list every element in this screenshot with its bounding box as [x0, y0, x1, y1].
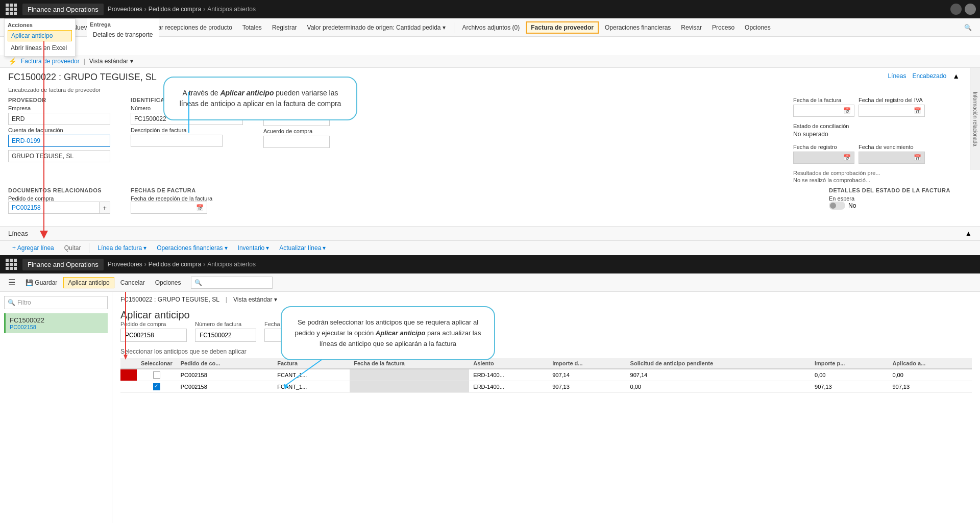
- detalles-transporte-item[interactable]: Detalles de transporte: [90, 30, 156, 40]
- settings-icon[interactable]: [965, 4, 976, 15]
- subheader-link[interactable]: Factura de proveedor: [21, 58, 80, 65]
- grid-menu-button[interactable]: [4, 2, 18, 16]
- descripcion-label: Descripción de factura: [131, 127, 243, 133]
- factura-input-bottom[interactable]: [195, 329, 256, 342]
- nombre-input[interactable]: [8, 150, 110, 162]
- view-select-button[interactable]: Vista estándar ▾: [89, 58, 133, 65]
- proceso-button[interactable]: Proceso: [708, 22, 739, 33]
- right-panel: FC1500022 : GRUPO TEGUISE, SL | Vista es…: [112, 292, 980, 523]
- ribbon-right-icons: 🔍: [960, 22, 976, 33]
- tab-encabezado[interactable]: Encabezado: [912, 72, 946, 80]
- acuerdo-group: Acuerdo de compra: [263, 128, 345, 148]
- grid-row-1[interactable]: PC002158 FCANT_1... ERD-1400... 907,14 9…: [120, 369, 972, 381]
- linea-factura-button[interactable]: Línea de factura ▾: [93, 243, 151, 253]
- filter-icon: ⚡: [8, 57, 17, 65]
- opciones-button[interactable]: Opciones: [741, 22, 775, 33]
- title-bar-right: [950, 4, 976, 15]
- agregar-linea-button[interactable]: + Agregar línea: [8, 243, 58, 253]
- resultado-value: No se realizó la comprobació...: [793, 177, 972, 183]
- quitar-linea-button[interactable]: Quitar: [60, 243, 85, 253]
- checkbox-2[interactable]: [153, 383, 160, 390]
- revisar-button[interactable]: Revisar: [677, 22, 706, 33]
- actualizar-linea-button[interactable]: Actualizar línea ▾: [275, 243, 330, 253]
- fecha-vencimiento-input[interactable]: 📅: [859, 152, 925, 164]
- grid-row-2[interactable]: PC002158 FCANT_1... ERD-1400... 907,13 0…: [120, 381, 972, 393]
- callout-bottom-bold: Aplicar anticipo: [376, 329, 426, 337]
- fecha-recepcion-input[interactable]: 📅: [131, 202, 207, 214]
- gh-pedido: Pedido de co...: [177, 358, 274, 369]
- bottom-bc-proveedores[interactable]: Proveedores: [108, 261, 142, 268]
- valor-pred-button[interactable]: Valor predeterminado de origen: Cantidad…: [303, 22, 450, 33]
- gh-aplicado: Aplicado a...: [888, 358, 972, 369]
- factura-proveedor-button[interactable]: Factura de proveedor: [526, 21, 599, 34]
- pedido-compra-input[interactable]: [8, 202, 100, 214]
- side-label[interactable]: Información relacionada: [970, 68, 980, 170]
- fecha-iva-input[interactable]: 📅: [859, 105, 925, 117]
- search-icon-left: 🔍: [8, 299, 15, 306]
- bottom-section: Finance and Operations Proveedores › Ped…: [0, 255, 980, 523]
- bottom-aplicar-button[interactable]: Aplicar anticipo: [63, 277, 114, 288]
- acuerdo-input[interactable]: [263, 136, 330, 148]
- section-select-title: Seleccionar los anticipos que se deben a…: [120, 348, 972, 355]
- gh-importe-p: Importe p...: [811, 358, 888, 369]
- pedido-input-bottom[interactable]: [120, 329, 187, 342]
- add-pedido-button[interactable]: +: [100, 202, 110, 214]
- registrar-button[interactable]: Registrar: [268, 22, 301, 33]
- entrega-title: Entrega: [90, 21, 156, 28]
- lines-title: Líneas: [8, 230, 28, 237]
- inventario-button[interactable]: Inventario ▾: [234, 243, 274, 253]
- left-panel: 🔍 Filtro FC1500022 PC002158: [0, 292, 112, 523]
- documentos-header: DOCUMENTOS RELACIONADOS: [8, 187, 110, 193]
- empresa-input[interactable]: [8, 113, 110, 125]
- filter-search[interactable]: 🔍 Filtro: [4, 296, 108, 309]
- grid-icon: [6, 4, 17, 15]
- fecha-factura-input[interactable]: 📅: [793, 105, 854, 117]
- fecha-factura-group: Fecha de la factura 📅: [793, 97, 854, 117]
- estado-value: No superado: [793, 131, 854, 138]
- abrir-lineas-item[interactable]: Abrir líneas en Excel: [8, 43, 72, 53]
- bottom-bc-pedidos[interactable]: Pedidos de compra: [149, 261, 201, 268]
- fecha-iva-group: Fecha del registro del IVA 📅: [859, 97, 925, 117]
- row1-asiento: ERD-1400...: [469, 369, 548, 381]
- lines-collapse-button[interactable]: ▲: [965, 230, 972, 237]
- bottom-search-input[interactable]: [191, 277, 273, 289]
- fecha-registro-input[interactable]: 📅: [793, 152, 854, 164]
- breadcrumb: Proveedores › Pedidos de compra › Antici…: [108, 6, 256, 13]
- form-row-2: DOCUMENTOS RELACIONADOS Pedido de compra…: [8, 187, 972, 214]
- calendar-icon-1: 📅: [843, 107, 851, 114]
- bottom-guardar-button[interactable]: 💾 Guardar: [21, 278, 61, 288]
- totales-button[interactable]: Totales: [238, 22, 266, 33]
- estado-conciliacion: Estado de conciliación No superado: [793, 123, 972, 138]
- archivos-button[interactable]: Archivos adjuntos (0): [458, 22, 524, 33]
- left-panel-item[interactable]: FC1500022 PC002158: [4, 313, 108, 333]
- aplicar-anticipo-item[interactable]: Aplicar anticipo: [8, 30, 72, 41]
- row1-solicitud: 907,14: [626, 369, 811, 381]
- gh-importe-d: Importe d...: [548, 358, 626, 369]
- checkbox-1[interactable]: [153, 371, 160, 379]
- lines-header: Líneas ▲: [0, 227, 980, 241]
- bottom-grid-menu[interactable]: [4, 257, 18, 271]
- bottom-opciones-button[interactable]: Opciones: [151, 278, 185, 288]
- search-ribbon-button[interactable]: 🔍: [960, 22, 976, 33]
- breadcrumb-pedidos[interactable]: Pedidos de compra: [149, 6, 201, 13]
- cuenta-input[interactable]: [8, 135, 110, 147]
- collapse-button[interactable]: ▲: [952, 72, 960, 80]
- descripcion-input[interactable]: [131, 135, 223, 147]
- callout-bold: Aplicar anticipo: [220, 89, 274, 97]
- toggle-switch[interactable]: [829, 202, 845, 210]
- fecha-recepcion-label: Fecha de recepción de la factura: [131, 195, 233, 202]
- fechas-row2: Fecha de registro 📅 Fecha de vencimiento…: [793, 144, 972, 164]
- form-header-text: FC1500022 : GRUPO TEGUISE, SL: [120, 296, 219, 303]
- bottom-hamburger[interactable]: ☰: [4, 276, 19, 289]
- bottom-cancelar-button[interactable]: Cancelar: [116, 278, 149, 288]
- checkbox-cell-2[interactable]: [137, 381, 177, 393]
- breadcrumb-proveedores[interactable]: Proveedores: [108, 6, 142, 13]
- pedido-compra-label: Pedido de compra: [8, 195, 110, 202]
- view-select-bottom[interactable]: Vista estándar ▾: [233, 296, 277, 303]
- acciones-title: Acciones: [8, 22, 72, 28]
- op-financieras-lines-button[interactable]: Operaciones financieras ▾: [153, 243, 231, 253]
- bottom-search-container: [191, 277, 273, 289]
- checkbox-cell-1[interactable]: [137, 369, 177, 381]
- op-financieras-button[interactable]: Operaciones financieras: [601, 22, 675, 33]
- tab-lineas[interactable]: Líneas: [888, 72, 906, 80]
